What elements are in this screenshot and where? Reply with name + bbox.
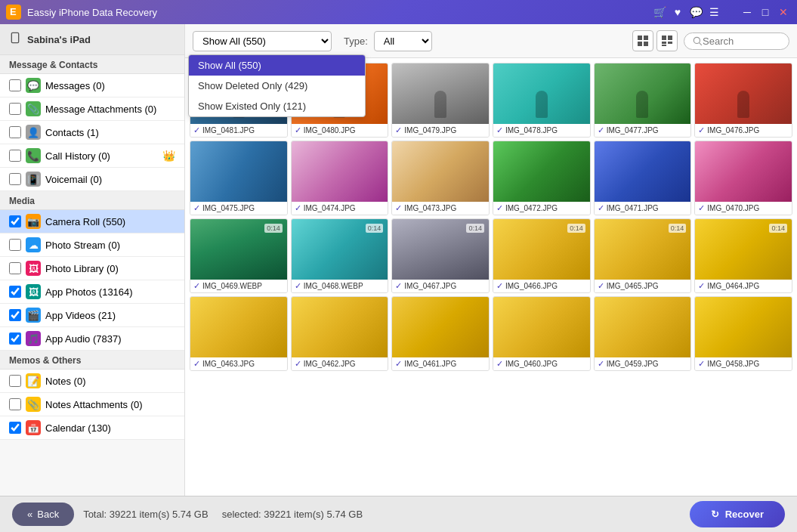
speech-icon[interactable]: 💬	[688, 5, 703, 20]
show-dropdown-overlay: Show All (550) Show Deleted Only (429) S…	[188, 54, 366, 117]
call-history-icon: 📞	[26, 148, 41, 163]
messages-checkbox[interactable]	[9, 79, 21, 91]
sidebar-item-photo-library[interactable]: 🖼 Photo Library (0)	[0, 257, 184, 280]
photo-item[interactable]: ✓IMG_0471.JPG	[594, 141, 692, 215]
svg-rect-4	[638, 36, 642, 40]
bottom-bar: « Back Total: 39221 item(s) 5.74 GB sele…	[0, 496, 797, 532]
notes-checkbox[interactable]	[9, 375, 21, 387]
photo-stream-checkbox[interactable]	[9, 239, 21, 251]
photo-item[interactable]: ✓IMG_0462.JPG	[291, 296, 389, 371]
sidebar-item-call-history[interactable]: 📞 Call History (0) 👑	[0, 144, 184, 168]
photo-grid: ✓IMG_0481.JPG✓IMG_0480.JPG✓IMG_0479.JPG✓…	[185, 58, 797, 496]
selected-label: selected: 39221 item(s) 5.74 GB	[222, 509, 363, 520]
photo-item[interactable]: ✓IMG_0473.JPG	[391, 141, 490, 215]
notes-attachments-checkbox[interactable]	[9, 398, 21, 410]
photo-filename: IMG_0458.JPG	[707, 360, 759, 368]
photo-filename: IMG_0469.WEBP	[202, 282, 262, 290]
back-button[interactable]: « Back	[12, 503, 74, 526]
svg-rect-2	[11, 32, 18, 42]
message-attachments-label: Message Attachments (0)	[45, 104, 156, 115]
contacts-checkbox[interactable]	[9, 126, 21, 138]
photo-item[interactable]: ✓IMG_0478.JPG	[493, 63, 591, 138]
message-attachments-checkbox[interactable]	[9, 103, 21, 115]
minimize-button[interactable]: ─	[740, 5, 755, 20]
call-history-checkbox[interactable]	[9, 150, 21, 162]
search-box[interactable]	[684, 32, 789, 50]
photo-item[interactable]: ✓IMG_0461.JPG	[391, 296, 490, 371]
photo-check-icon: ✓	[295, 125, 301, 135]
sidebar-item-photo-stream[interactable]: ☁ Photo Stream (0)	[0, 234, 184, 257]
sidebar-item-message-attachments[interactable]: 📎 Message Attachments (0)	[0, 97, 184, 121]
photo-item[interactable]: 0:14✓IMG_0465.JPG	[594, 218, 692, 293]
photo-item[interactable]: ✓IMG_0476.JPG	[694, 63, 792, 138]
search-input[interactable]	[703, 36, 778, 47]
type-dropdown[interactable]: All JPG PNG WEBP	[374, 31, 432, 51]
sidebar-item-app-videos[interactable]: 🎬 App Videos (21)	[0, 304, 184, 327]
main-layout: Sabina's iPad Message & Contacts 💬 Messa…	[0, 24, 797, 496]
sidebar: Sabina's iPad Message & Contacts 💬 Messa…	[0, 24, 185, 496]
photo-item[interactable]: ✓IMG_0463.JPG	[190, 296, 288, 371]
back-label: Back	[37, 509, 59, 520]
titlebar: E Eassiy iPhone Data Recovery 🛒 ♥ 💬 ☰ ─ …	[0, 0, 797, 24]
sidebar-item-app-audio[interactable]: 🎵 App Audio (7837)	[0, 327, 184, 351]
photo-item[interactable]: ✓IMG_0474.JPG	[291, 141, 389, 215]
photo-stream-label: Photo Stream (0)	[45, 240, 120, 251]
app-photos-icon: 🖼	[26, 284, 41, 299]
notes-label: Notes (0)	[45, 376, 85, 387]
photo-item[interactable]: ✓IMG_0472.JPG	[493, 141, 591, 215]
device-icon	[9, 32, 21, 47]
photo-item[interactable]: 0:14✓IMG_0466.JPG	[493, 218, 591, 293]
dropdown-item-show-deleted[interactable]: Show Deleted Only (429)	[189, 76, 365, 96]
app-videos-checkbox[interactable]	[9, 309, 21, 321]
photo-item[interactable]: ✓IMG_0470.JPG	[694, 141, 792, 215]
sidebar-item-voicemail[interactable]: 📳 Voicemail (0)	[0, 168, 184, 191]
shopping-icon[interactable]: 🛒	[652, 5, 667, 20]
dropdown-item-show-all[interactable]: Show All (550)	[189, 55, 365, 76]
photo-library-checkbox[interactable]	[9, 262, 21, 274]
photo-item[interactable]: 0:14✓IMG_0467.JPG	[391, 218, 490, 293]
photo-item[interactable]: 0:14✓IMG_0468.WEBP	[291, 218, 389, 293]
bottom-left: « Back Total: 39221 item(s) 5.74 GB sele…	[12, 503, 363, 526]
photo-item[interactable]: ✓IMG_0477.JPG	[594, 63, 692, 138]
photo-label: ✓IMG_0466.JPG	[493, 280, 590, 292]
photo-check-icon: ✓	[698, 203, 705, 213]
search-icon	[692, 36, 703, 46]
dropdown-item-show-existed[interactable]: Show Existed Only (121)	[189, 96, 365, 116]
app-photos-checkbox[interactable]	[9, 286, 21, 298]
photo-item[interactable]: 0:14✓IMG_0464.JPG	[694, 218, 792, 293]
device-header[interactable]: Sabina's iPad	[0, 24, 184, 55]
sidebar-item-notes-attachments[interactable]: 📎 Notes Attachments (0)	[0, 393, 184, 416]
photo-label: ✓IMG_0477.JPG	[595, 124, 691, 137]
app-icon: E	[6, 5, 21, 20]
sidebar-item-contacts[interactable]: 👤 Contacts (1)	[0, 121, 184, 144]
photo-item[interactable]: ✓IMG_0475.JPG	[190, 141, 288, 215]
photo-filename: IMG_0474.JPG	[304, 204, 356, 212]
photo-item[interactable]: ✓IMG_0459.JPG	[594, 296, 692, 371]
maximize-button[interactable]: □	[758, 5, 773, 20]
voicemail-checkbox[interactable]	[9, 173, 21, 185]
sidebar-item-camera-roll[interactable]: 📷 Camera Roll (550)	[0, 210, 184, 234]
photo-item[interactable]: 0:14✓IMG_0469.WEBP	[190, 218, 288, 293]
list-view-button[interactable]	[656, 30, 678, 51]
photo-label: ✓IMG_0471.JPG	[595, 202, 691, 215]
content-wrapper: Show All (550) Show Deleted Only (429) S…	[185, 24, 797, 496]
sidebar-item-notes[interactable]: 📝 Notes (0)	[0, 370, 184, 393]
sidebar-item-messages[interactable]: 💬 Messages (0)	[0, 74, 184, 97]
sidebar-item-app-photos[interactable]: 🖼 App Photos (13164)	[0, 280, 184, 304]
show-dropdown[interactable]: Show All (550) Show Deleted Only (429) S…	[193, 31, 332, 51]
voicemail-label: Voicemail (0)	[45, 174, 102, 185]
photo-item[interactable]: ✓IMG_0479.JPG	[391, 63, 490, 138]
photo-label: ✓IMG_0468.WEBP	[292, 280, 388, 292]
close-button[interactable]: ✕	[776, 5, 791, 20]
menu-icon[interactable]: ☰	[706, 5, 721, 20]
heart-icon[interactable]: ♥	[670, 5, 685, 20]
sidebar-item-calendar[interactable]: 📅 Calendar (130)	[0, 416, 184, 440]
photo-item[interactable]: ✓IMG_0458.JPG	[694, 296, 792, 371]
photo-filename: IMG_0476.JPG	[707, 126, 759, 135]
photo-item[interactable]: ✓IMG_0460.JPG	[493, 296, 591, 371]
camera-roll-checkbox[interactable]	[9, 215, 21, 227]
grid-view-button[interactable]	[632, 30, 653, 51]
calendar-checkbox[interactable]	[9, 422, 21, 434]
recover-button[interactable]: ↻ Recover	[690, 501, 785, 527]
app-audio-checkbox[interactable]	[9, 332, 21, 345]
